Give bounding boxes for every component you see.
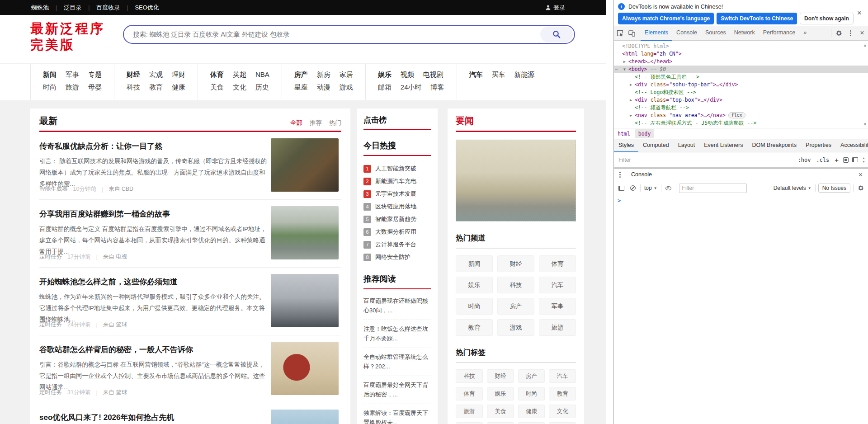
hot-tag-button[interactable]: 体育 (456, 387, 483, 400)
channel-link[interactable]: 历史 (255, 83, 269, 92)
channel-link[interactable]: 健康 (172, 83, 185, 92)
breadcrumb-html[interactable]: html (614, 129, 634, 138)
channel-link[interactable]: 邮箱 (378, 83, 392, 92)
tree-node[interactable]: ⋯▼<body> == $0 (614, 66, 868, 73)
devtools-tab-network[interactable]: Network (730, 26, 759, 41)
article-photo-trees-sky[interactable] (271, 410, 339, 424)
channel-link[interactable]: 美食 (210, 83, 224, 92)
channel-link[interactable]: 新能源 (514, 71, 535, 79)
hot-channel-button[interactable]: 财经 (497, 255, 534, 272)
inspect-element-icon[interactable] (614, 27, 626, 39)
new-style-rule-icon[interactable]: + (832, 156, 841, 164)
hot-tag-button[interactable]: 汽车 (549, 369, 576, 383)
devtools-tab-elements[interactable]: Elements (641, 26, 672, 41)
hot-search-item[interactable]: 3元宇宙技术发展 (363, 188, 431, 200)
recommend-item[interactable]: 独家解读：百度霸屏天下置换股权未... (363, 404, 431, 424)
hot-tag-button[interactable]: 教育 (549, 387, 576, 400)
channel-link[interactable]: 新闻 (43, 71, 57, 79)
channel-link[interactable]: 家居 (340, 71, 353, 79)
hot-channel-button[interactable]: 科技 (497, 277, 534, 293)
hot-search-item[interactable]: 5智能家居新趋势 (363, 213, 431, 226)
styles-tab-event-listeners[interactable]: Event Listeners (699, 139, 747, 152)
devtools-tab-console[interactable]: Console (672, 26, 701, 41)
topbar-link-1[interactable]: 蜘蛛池 (30, 4, 50, 12)
channel-link[interactable]: 买车 (492, 71, 505, 79)
channel-link[interactable]: 房产 (294, 71, 308, 79)
recommend-item[interactable]: 全自动站群管理系统怎么样？202... (363, 348, 431, 376)
hot-channel-button[interactable]: 体育 (539, 255, 576, 272)
channel-link[interactable]: 科技 (127, 83, 140, 92)
channel-link[interactable]: 母婴 (88, 83, 102, 92)
styles-filter-input[interactable]: Filter (617, 157, 795, 163)
channel-link[interactable]: 动漫 (317, 83, 330, 92)
channel-link[interactable]: 军事 (66, 71, 79, 79)
tree-node[interactable]: ▶<div class="sohu-top-bar">…</div> (614, 81, 868, 89)
kebab-menu-icon[interactable] (844, 27, 856, 39)
console-prompt[interactable]: > (614, 195, 868, 206)
channel-link[interactable]: 汽车 (469, 71, 483, 79)
more-tabs-button[interactable]: » (799, 26, 811, 41)
hot-tag-button[interactable]: 军事 (456, 422, 483, 424)
notification-button-1[interactable]: Always match Chrome's language (618, 13, 714, 24)
hot-channel-button[interactable]: 旅游 (539, 319, 576, 336)
article-photo-suspension-bridge[interactable] (271, 274, 339, 327)
tree-node[interactable]: <!-- 左右悬浮联系方式 - JS动态生成防爬取 --> (614, 119, 868, 127)
channel-link[interactable]: 专题 (88, 71, 102, 79)
notification-button-2[interactable]: Switch DevTools to Chinese (717, 13, 797, 24)
hot-tag-button[interactable]: 健康 (518, 405, 545, 418)
hot-tag-button[interactable]: 旅游 (456, 405, 483, 418)
latest-tab-热门[interactable]: 热门 (329, 119, 341, 127)
styles-tab-dom-breakpoints[interactable]: DOM Breakpoints (747, 139, 801, 152)
channel-link[interactable]: 文化 (233, 83, 246, 92)
tree-node[interactable]: <!-- 频道导航栏 --> (614, 104, 868, 112)
channel-link[interactable]: 电视剧 (423, 71, 443, 79)
devtools-close-icon[interactable]: × (856, 27, 868, 39)
tree-scroll-down-icon[interactable]: ▼ (863, 122, 867, 127)
hot-channel-button[interactable]: 时尚 (456, 298, 493, 315)
hot-search-item[interactable]: 4区块链应用落地 (363, 200, 431, 213)
console-filter-input[interactable]: Filter (679, 184, 747, 193)
channel-link[interactable]: 博客 (431, 83, 444, 92)
hot-tag-button[interactable]: 财经 (487, 369, 514, 383)
live-expression-eye-icon[interactable] (664, 184, 673, 193)
channel-link[interactable]: 视频 (401, 71, 414, 79)
styles-tab-accessibility[interactable]: Accessibility (836, 139, 868, 152)
tree-scroll-up-icon[interactable]: ▲ (863, 43, 867, 47)
channel-link[interactable]: 24小时 (401, 83, 422, 92)
tree-node[interactable]: ▶<div class="top-box">…</div> (614, 96, 868, 104)
login-button[interactable]: 登录 (545, 0, 565, 15)
log-levels-select[interactable]: Default levels▼ (773, 185, 812, 191)
console-settings-gear-icon[interactable] (856, 184, 865, 193)
console-sidebar-icon[interactable] (617, 184, 626, 193)
article-photo-red-mug[interactable] (271, 342, 339, 395)
hot-search-item[interactable]: 1人工智能新突破 (363, 162, 431, 175)
channel-link[interactable]: 体育 (210, 71, 224, 79)
article-photo-car-interior[interactable] (271, 138, 339, 192)
pseudo-state-button[interactable]: :hov (795, 156, 813, 164)
hot-tag-button[interactable]: 游戏 (487, 422, 514, 424)
hot-search-item[interactable]: 7云计算服务平台 (363, 238, 431, 251)
hot-channel-button[interactable]: 娱乐 (456, 277, 493, 293)
notification-button-3[interactable]: Don't show again (800, 13, 854, 24)
news-photo-beach[interactable] (456, 140, 576, 221)
styles-tab-layout[interactable]: Layout (674, 139, 700, 152)
hot-channel-button[interactable]: 新闻 (456, 255, 493, 272)
tree-node[interactable]: <html lang="zh-CN"> (614, 50, 868, 58)
hot-channel-button[interactable]: 房产 (497, 298, 534, 315)
breadcrumb-body[interactable]: body (635, 129, 655, 138)
search-input[interactable] (124, 31, 540, 38)
no-issues-button[interactable]: No Issues (818, 184, 850, 193)
hot-channel-button[interactable]: 汽车 (539, 277, 576, 293)
styles-tab-computed[interactable]: Computed (638, 139, 674, 152)
hot-tag-button[interactable]: 科技 (456, 369, 483, 383)
hot-tag-button[interactable]: 时尚 (518, 387, 545, 400)
hot-tag-button[interactable]: 房产 (518, 369, 545, 383)
tree-node[interactable]: ▶<head>…</head> (614, 58, 868, 66)
topbar-link-4[interactable]: SEO优化 (134, 4, 160, 12)
channel-link[interactable]: NBA (255, 71, 269, 79)
tree-node[interactable]: <!-- Logo和搜索区 --> (614, 89, 868, 96)
styles-scroll-arrows[interactable]: ▲▼ (862, 156, 865, 164)
channel-link[interactable]: 时尚 (43, 83, 57, 92)
channel-link[interactable]: 星座 (294, 83, 308, 92)
tree-expand-arrow[interactable]: ▼ (623, 66, 626, 73)
